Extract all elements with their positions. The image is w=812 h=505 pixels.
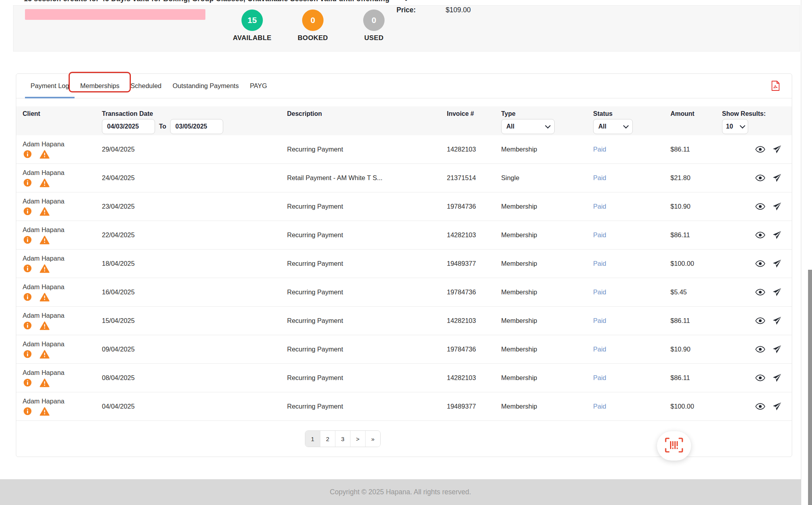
eye-icon[interactable]	[755, 374, 765, 381]
eye-icon[interactable]	[755, 346, 765, 353]
warning-icon[interactable]	[40, 179, 50, 187]
info-icon[interactable]	[23, 150, 32, 158]
send-icon[interactable]	[772, 259, 781, 268]
pdf-export-icon[interactable]	[771, 81, 780, 91]
send-icon[interactable]	[772, 316, 781, 325]
send-icon[interactable]	[772, 202, 781, 211]
status-link[interactable]: Paid	[593, 231, 670, 239]
status-link[interactable]: Paid	[593, 288, 670, 296]
invoice-number: 19784736	[447, 203, 501, 210]
transaction-date-value: 08/04/2025	[102, 374, 287, 382]
date-to-input[interactable]: 03/05/2025	[170, 119, 223, 134]
scrollbar-track[interactable]	[801, 0, 812, 505]
date-from-input[interactable]: 04/03/2025	[102, 119, 155, 134]
info-icon[interactable]	[23, 264, 32, 273]
available-count-bubble: 15	[241, 10, 263, 31]
table-row: Adam Hapana	[16, 335, 792, 364]
info-icon[interactable]	[23, 207, 32, 215]
row-actions	[722, 173, 792, 182]
client-cell: Adam Hapana	[23, 312, 102, 330]
warning-icon[interactable]	[40, 378, 50, 387]
barcode-scan-button[interactable]	[657, 431, 691, 461]
client-cell: Adam Hapana	[23, 140, 102, 159]
page-3-button[interactable]: 3	[335, 431, 350, 447]
transaction-date-value: 18/04/2025	[102, 260, 287, 267]
send-icon[interactable]	[772, 173, 781, 182]
info-icon[interactable]	[23, 378, 32, 387]
warning-icon[interactable]	[40, 350, 50, 359]
row-actions	[722, 345, 792, 354]
send-icon[interactable]	[772, 345, 781, 354]
tab-scheduled[interactable]: Scheduled	[125, 74, 167, 98]
eye-icon[interactable]	[755, 146, 765, 153]
credits-progress-bar	[25, 9, 205, 20]
info-icon[interactable]	[23, 350, 32, 358]
row-actions	[722, 259, 792, 268]
client-name: Adam Hapana	[23, 312, 102, 319]
invoice-number: 14282103	[447, 231, 501, 239]
info-icon[interactable]	[23, 236, 32, 244]
amount-value: $86.11	[670, 374, 722, 382]
tab-payment-log[interactable]: Payment Log	[25, 74, 75, 98]
type-select[interactable]: All	[501, 119, 555, 134]
warning-icon[interactable]	[40, 321, 50, 330]
used-count-bubble: 0	[363, 10, 385, 31]
eye-icon[interactable]	[755, 203, 765, 210]
warning-icon[interactable]	[40, 264, 50, 273]
status-link[interactable]: Paid	[593, 403, 670, 410]
chevron-down-icon	[545, 123, 551, 129]
payments-tabbar: Payment Log Memberships Scheduled Outsta…	[16, 74, 792, 98]
last-page-button[interactable]: »	[365, 431, 380, 447]
send-icon[interactable]	[772, 230, 781, 240]
eye-icon[interactable]	[755, 232, 765, 238]
chevron-down-icon	[623, 123, 629, 129]
table-row: Adam Hapana	[16, 364, 792, 392]
tab-outstanding-payments[interactable]: Outstanding Payments	[167, 74, 244, 98]
info-icon[interactable]	[23, 179, 32, 187]
status-link[interactable]: Paid	[593, 146, 670, 153]
eye-icon[interactable]	[755, 289, 765, 296]
page-1-button[interactable]: 1	[305, 431, 320, 447]
warning-icon[interactable]	[40, 407, 50, 416]
eye-icon[interactable]	[755, 260, 765, 267]
transaction-date-value: 09/04/2025	[102, 346, 287, 353]
stat-used: 0 USED	[346, 10, 402, 42]
warning-icon[interactable]	[40, 207, 50, 216]
description-value: Recurring Payment	[287, 146, 447, 153]
payment-type: Membership	[501, 374, 593, 382]
status-link[interactable]: Paid	[593, 374, 670, 382]
info-icon[interactable]	[23, 293, 32, 301]
status-link[interactable]: Paid	[593, 203, 670, 210]
status-link[interactable]: Paid	[593, 174, 670, 182]
next-page-button[interactable]: >	[350, 431, 365, 447]
table-header: Client Transaction Date 04/03/2025 To 03…	[16, 106, 792, 135]
tab-payg[interactable]: PAYG	[244, 74, 272, 98]
send-icon[interactable]	[772, 402, 781, 411]
transaction-date-value: 04/04/2025	[102, 403, 287, 410]
scrollbar-thumb[interactable]	[808, 270, 812, 505]
warning-icon[interactable]	[40, 150, 50, 159]
send-icon[interactable]	[772, 288, 781, 297]
payment-type: Membership	[501, 231, 593, 239]
warning-icon[interactable]	[40, 293, 50, 301]
row-actions	[722, 288, 792, 297]
eye-icon[interactable]	[755, 317, 765, 324]
row-actions	[722, 316, 792, 325]
send-icon[interactable]	[772, 373, 781, 382]
status-link[interactable]: Paid	[593, 260, 670, 267]
status-link[interactable]: Paid	[593, 346, 670, 353]
status-select[interactable]: All	[593, 119, 633, 134]
tab-memberships[interactable]: Memberships	[75, 74, 125, 98]
show-results-select[interactable]: 10	[722, 119, 748, 134]
info-icon[interactable]	[23, 407, 32, 415]
table-row: Adam Hapana	[16, 164, 792, 192]
eye-icon[interactable]	[755, 175, 765, 181]
status-link[interactable]: Paid	[593, 317, 670, 325]
warning-icon[interactable]	[40, 236, 50, 244]
info-icon[interactable]	[23, 321, 32, 330]
client-cell: Adam Hapana	[23, 169, 102, 187]
page-2-button[interactable]: 2	[320, 431, 335, 447]
payment-type: Membership	[501, 260, 593, 267]
send-icon[interactable]	[772, 145, 781, 154]
eye-icon[interactable]	[755, 403, 765, 410]
